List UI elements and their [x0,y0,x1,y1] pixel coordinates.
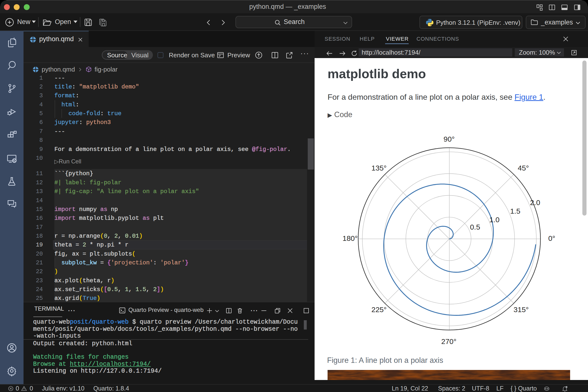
svg-text:2.0: 2.0 [530,198,540,206]
svg-text:315°: 315° [514,306,529,314]
svg-text:0.5: 0.5 [470,223,480,231]
svg-text:180°: 180° [342,234,358,242]
svg-text:135°: 135° [372,164,386,172]
svg-text:1.0: 1.0 [489,216,500,224]
svg-text:90°: 90° [444,135,454,143]
svg-text:45°: 45° [518,164,529,172]
svg-text:1.5: 1.5 [510,207,520,215]
svg-text:0°: 0° [548,234,556,242]
svg-text:225°: 225° [372,306,386,314]
svg-text:270°: 270° [441,337,456,346]
